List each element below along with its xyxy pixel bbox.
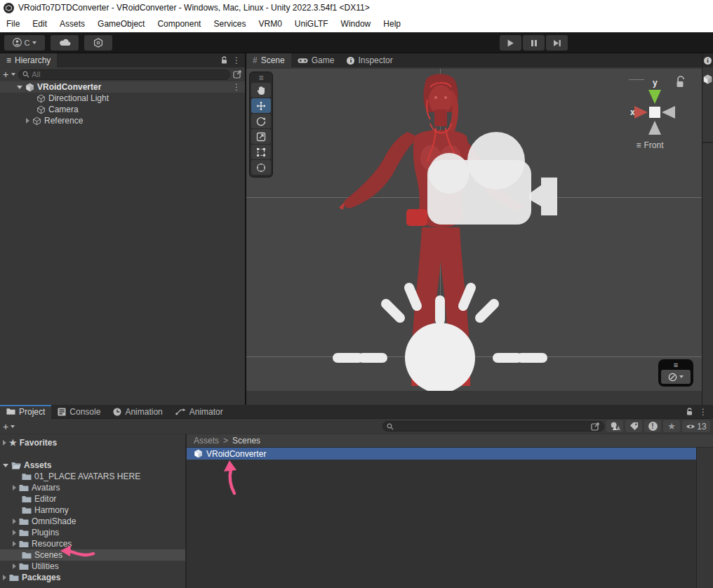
hierarchy-search-box[interactable]: [18, 69, 230, 80]
hand-tool-button[interactable]: [251, 83, 271, 98]
hexagon-gear-icon: [93, 38, 103, 48]
create-plus-button[interactable]: +: [3, 69, 8, 79]
tab-console[interactable]: Console: [51, 405, 107, 419]
expand-arrow-icon[interactable]: [13, 541, 16, 547]
tab-animator[interactable]: Animator: [169, 405, 229, 419]
alert-filter-button[interactable]: !: [644, 420, 661, 432]
docked-inspector-strip[interactable]: i: [702, 53, 713, 405]
hierarchy-search-input[interactable]: [32, 70, 226, 79]
menu-unigltf[interactable]: UniGLTF: [288, 15, 335, 32]
project-search-box[interactable]: [382, 421, 604, 432]
rotate-tool-button[interactable]: [251, 114, 271, 128]
menu-gameobject[interactable]: GameObject: [91, 15, 151, 32]
tree-item-label: Plugins: [32, 528, 59, 537]
hierarchy-item-reference[interactable]: Reference: [0, 115, 245, 126]
axis-x-label: x: [630, 107, 635, 117]
gameobject-cube-icon: [32, 116, 41, 126]
expand-arrow-icon[interactable]: [3, 440, 6, 446]
play-button[interactable]: [500, 35, 521, 51]
folder-icon: [19, 540, 29, 548]
scene-kebab-icon[interactable]: ⋮: [232, 83, 241, 91]
tree-item-utilities[interactable]: Utilities: [0, 561, 185, 572]
overlay-drag-handle[interactable]: ≡: [251, 74, 271, 82]
menu-edit[interactable]: Edit: [26, 15, 53, 32]
directional-light-gizmo-icon[interactable]: [338, 288, 542, 391]
favorites-filter-button[interactable]: ★: [663, 420, 680, 432]
step-button[interactable]: [546, 35, 568, 51]
scene-tab-bar: # Scene Game i Inspector: [246, 53, 702, 67]
animator-tab-label: Animator: [189, 407, 223, 417]
unlocked-padlock-icon[interactable]: [686, 408, 693, 416]
expand-arrow-icon[interactable]: [26, 118, 29, 123]
clock-icon: [113, 408, 121, 416]
menu-services[interactable]: Services: [207, 15, 252, 32]
overlay-drag-handle[interactable]: ≡: [661, 361, 691, 368]
menu-vrm0[interactable]: VRM0: [252, 15, 288, 32]
camera-view-dropdown[interactable]: [661, 370, 691, 384]
transform-tool-button[interactable]: [251, 160, 271, 175]
breadcrumb-current[interactable]: Scenes: [232, 436, 260, 446]
project-search-input[interactable]: [396, 422, 589, 431]
tab-project[interactable]: Project: [0, 405, 51, 419]
scale-tool-button[interactable]: [251, 129, 271, 144]
asset-row-selected[interactable]: VRoidConverter: [187, 448, 696, 460]
tree-item-plugins[interactable]: Plugins: [0, 527, 185, 538]
tree-item-omnishade[interactable]: OmniShade: [0, 516, 185, 527]
game-tab-label: Game: [312, 55, 335, 65]
menu-component[interactable]: Component: [151, 15, 207, 32]
search-by-label-button[interactable]: [625, 420, 642, 432]
hierarchy-scene-row[interactable]: VRoidConverter ⋮: [0, 81, 245, 93]
settings-hexagon-button[interactable]: [84, 35, 112, 51]
menu-window[interactable]: Window: [335, 15, 378, 32]
expand-arrow-icon[interactable]: [13, 530, 16, 535]
breadcrumb-root[interactable]: Assets: [194, 436, 219, 446]
scrollbar-track[interactable]: [696, 448, 713, 588]
visibility-count: 13: [697, 422, 706, 432]
unlocked-padlock-icon[interactable]: [220, 56, 228, 65]
expand-arrow-icon[interactable]: [13, 485, 16, 490]
tree-item-favorites[interactable]: ★ Favorites: [0, 437, 185, 448]
expand-arrow-icon[interactable]: [13, 563, 16, 569]
picker-icon[interactable]: [233, 70, 242, 79]
kebab-menu-icon[interactable]: ⋮: [699, 408, 707, 416]
create-plus-button[interactable]: +: [3, 422, 8, 432]
expand-arrow-icon[interactable]: [3, 464, 8, 467]
hierarchy-item-camera[interactable]: Camera: [0, 104, 245, 115]
overlay-drag-handle: ——: [629, 74, 644, 83]
hierarchy-item-directional-light[interactable]: Directional Light: [0, 93, 245, 104]
cloud-services-button[interactable]: [51, 35, 79, 51]
create-dropdown-icon[interactable]: [11, 73, 15, 76]
tree-item-editor[interactable]: Editor: [0, 493, 185, 505]
tree-item-scenes[interactable]: Scenes: [0, 549, 185, 561]
tab-hierarchy[interactable]: ≡ Hierarchy: [0, 53, 57, 67]
kebab-menu-icon[interactable]: ⋮: [232, 56, 241, 65]
expand-arrow-icon[interactable]: [17, 86, 22, 89]
tab-scene[interactable]: # Scene: [246, 53, 291, 67]
expand-arrow-icon[interactable]: [3, 575, 6, 580]
menu-assets[interactable]: Assets: [53, 15, 91, 32]
tab-game[interactable]: Game: [291, 53, 341, 67]
tree-item-harmony[interactable]: Harmony: [0, 505, 185, 516]
visibility-toggle-button[interactable]: 13: [682, 420, 710, 432]
scene-viewport[interactable]: ≡: [246, 69, 702, 391]
tree-item-assets[interactable]: Assets: [0, 460, 185, 471]
search-by-type-button[interactable]: [606, 420, 623, 432]
tab-animation[interactable]: Animation: [107, 405, 168, 419]
tree-item-avatars[interactable]: Avatars: [0, 482, 185, 493]
tab-inspector[interactable]: i Inspector: [340, 53, 399, 67]
expand-arrow-icon[interactable]: [13, 519, 16, 524]
tree-item-place-avatars[interactable]: 01_PLACE AVATARS HERE: [0, 471, 185, 482]
tree-item-label: Utilities: [32, 561, 59, 571]
picker-icon[interactable]: [591, 422, 600, 431]
menu-file[interactable]: File: [0, 15, 26, 32]
account-dropdown-button[interactable]: C: [4, 35, 45, 51]
tree-item-packages[interactable]: Packages: [0, 572, 185, 583]
pause-button[interactable]: [523, 35, 545, 51]
create-dropdown-icon[interactable]: [11, 425, 15, 428]
tree-item-resources[interactable]: Resources: [0, 538, 185, 549]
rect-tool-button[interactable]: [251, 145, 271, 159]
move-tool-button[interactable]: [251, 98, 271, 113]
view-orientation-label[interactable]: ≡ Front: [616, 140, 684, 150]
lens-icon: [668, 373, 677, 382]
menu-help[interactable]: Help: [377, 15, 407, 32]
